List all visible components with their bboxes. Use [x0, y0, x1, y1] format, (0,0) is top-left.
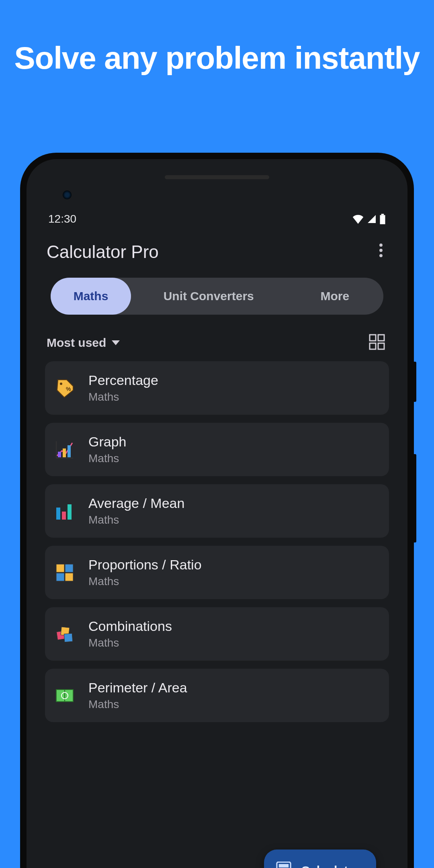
phone-frame: 12:30 Calculator Pro Maths Unit Converte…	[20, 153, 414, 868]
item-title: Perimeter / Area	[88, 680, 187, 696]
svg-point-3	[379, 249, 383, 252]
status-icons	[352, 214, 386, 224]
svg-rect-15	[68, 445, 71, 457]
calculator-list: % Percentage Maths Graph Maths	[43, 361, 391, 722]
svg-rect-14	[63, 448, 66, 457]
category-tabs: Maths Unit Converters More	[51, 278, 383, 315]
filter-row: Most used	[43, 315, 391, 361]
item-subtitle: Maths	[88, 575, 202, 588]
svg-point-2	[379, 244, 383, 247]
svg-rect-17	[62, 512, 66, 520]
svg-point-9	[60, 383, 62, 385]
item-subtitle: Maths	[88, 637, 172, 649]
svg-rect-21	[56, 573, 64, 581]
proportions-icon	[54, 562, 76, 583]
svg-rect-8	[378, 343, 384, 349]
phone-camera	[63, 190, 72, 199]
status-bar: 12:30	[43, 207, 391, 231]
app-title: Calculator Pro	[47, 242, 159, 262]
layout-toggle-button[interactable]	[366, 332, 387, 353]
svg-rect-19	[56, 564, 64, 572]
phone-side-button	[412, 454, 416, 542]
svg-rect-5	[370, 335, 376, 341]
barchart-icon	[54, 500, 76, 522]
item-subtitle: Maths	[88, 698, 187, 711]
area-icon	[54, 685, 76, 706]
list-item[interactable]: Proportions / Ratio Maths	[45, 546, 389, 599]
svg-rect-20	[65, 564, 73, 572]
list-item[interactable]: % Percentage Maths	[45, 361, 389, 415]
chevron-down-icon	[112, 340, 120, 345]
item-subtitle: Maths	[88, 514, 184, 526]
svg-rect-18	[68, 504, 72, 520]
signal-icon	[366, 214, 377, 224]
item-subtitle: Maths	[88, 391, 158, 403]
item-title: Graph	[88, 434, 127, 450]
svg-rect-0	[380, 215, 385, 224]
fab-label: Calculator	[301, 864, 360, 868]
svg-text:%: %	[66, 386, 71, 392]
combinations-icon	[54, 623, 76, 645]
tab-unit-converters[interactable]: Unit Converters	[131, 278, 286, 315]
graph-icon	[54, 439, 76, 461]
grid-icon	[369, 334, 385, 350]
sort-label: Most used	[47, 336, 106, 350]
list-item[interactable]: Combinations Maths	[45, 607, 389, 661]
percentage-tag-icon: %	[54, 377, 76, 399]
app-header: Calculator Pro	[43, 231, 391, 273]
battery-icon	[379, 214, 386, 224]
hero-title: Solve any problem instantly	[0, 40, 434, 76]
item-subtitle: Maths	[88, 452, 127, 465]
phone-side-button	[412, 362, 416, 402]
tab-maths[interactable]: Maths	[51, 278, 131, 315]
overflow-menu-button[interactable]	[375, 240, 387, 263]
wifi-icon	[352, 214, 364, 224]
svg-rect-30	[279, 864, 289, 868]
item-title: Combinations	[88, 618, 172, 634]
list-item[interactable]: Average / Mean Maths	[45, 484, 389, 538]
list-item[interactable]: Perimeter / Area Maths	[45, 669, 389, 722]
svg-point-4	[379, 254, 383, 257]
calculator-fab[interactable]: Calculator	[264, 850, 376, 868]
status-time: 12:30	[48, 213, 76, 225]
svg-rect-6	[378, 335, 384, 341]
svg-rect-13	[58, 452, 61, 457]
svg-rect-22	[65, 573, 73, 581]
svg-rect-1	[381, 214, 384, 215]
svg-rect-16	[56, 508, 60, 520]
phone-speaker	[165, 175, 269, 179]
calculator-icon	[276, 862, 291, 868]
svg-rect-7	[370, 343, 376, 349]
item-title: Proportions / Ratio	[88, 557, 202, 573]
item-title: Percentage	[88, 373, 158, 388]
svg-rect-25	[64, 633, 72, 642]
sort-dropdown[interactable]: Most used	[47, 336, 120, 350]
list-item[interactable]: Graph Maths	[45, 423, 389, 476]
app-screen: 12:30 Calculator Pro Maths Unit Converte…	[43, 207, 391, 868]
more-vert-icon	[379, 244, 383, 257]
tab-more[interactable]: More	[286, 278, 383, 315]
item-title: Average / Mean	[88, 495, 184, 511]
